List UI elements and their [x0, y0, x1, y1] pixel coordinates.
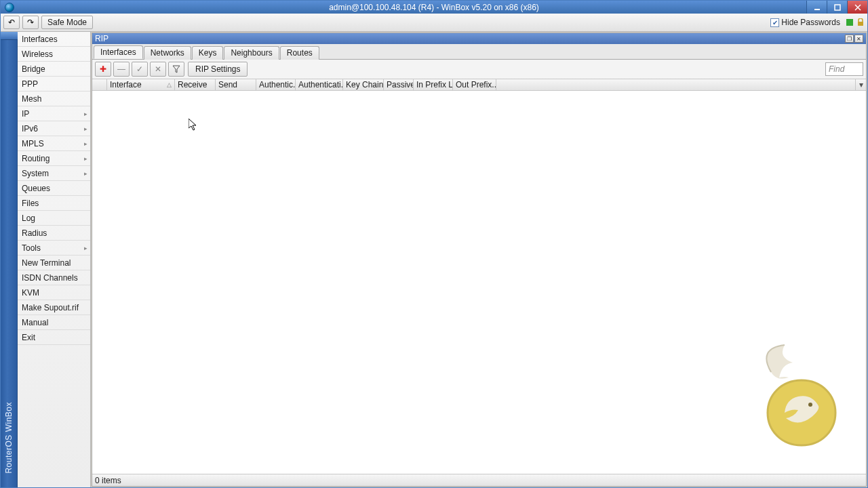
- menu-item-log[interactable]: Log: [18, 211, 90, 226]
- menu-item-system[interactable]: System▸: [18, 166, 90, 181]
- funnel-icon: [172, 65, 180, 73]
- menu-item-label: Radius: [22, 228, 47, 238]
- menu-item-radius[interactable]: Radius: [18, 226, 90, 241]
- menu-item-interfaces[interactable]: Interfaces: [18, 32, 90, 47]
- redo-button[interactable]: ↷: [22, 16, 39, 29]
- menu-item-label: Tools: [22, 243, 41, 253]
- column-passive[interactable]: Passive: [384, 79, 414, 90]
- add-button[interactable]: ✚: [95, 62, 111, 77]
- secure-indicator-icon: [846, 18, 854, 26]
- column-outprefix[interactable]: Out Prefix...: [453, 79, 496, 90]
- column-inprefix[interactable]: In Prefix L...: [414, 79, 453, 90]
- menu-item-exit[interactable]: Exit: [18, 330, 90, 345]
- inner-close-button[interactable]: ✕: [854, 35, 863, 43]
- menu-item-label: PPP: [22, 79, 38, 89]
- titlebar[interactable]: admin@100.100.48.104 (R4) - WinBox v5.20…: [1, 1, 867, 14]
- enable-button[interactable]: ✓: [132, 62, 148, 77]
- menu-item-label: ISDN Channels: [22, 273, 78, 283]
- minimize-button[interactable]: [806, 1, 827, 14]
- menu-item-wireless[interactable]: Wireless: [18, 47, 90, 62]
- menu-item-tools[interactable]: Tools▸: [18, 241, 90, 256]
- tab-neighbours[interactable]: Neighbours: [224, 46, 279, 60]
- check-icon: ✓: [136, 64, 143, 74]
- undo-button[interactable]: ↶: [3, 16, 20, 29]
- menu-item-ip[interactable]: IP▸: [18, 106, 90, 121]
- x-icon: ✕: [155, 64, 161, 74]
- inner-restore-button[interactable]: ❐: [845, 35, 854, 43]
- tab-networks[interactable]: Networks: [144, 46, 191, 60]
- menu-item-label: Wireless: [22, 49, 53, 59]
- remove-button[interactable]: —: [113, 62, 130, 77]
- close-button[interactable]: [847, 1, 867, 14]
- hide-passwords-toggle[interactable]: ✔ Hide Passwords: [770, 18, 840, 27]
- column-receive[interactable]: Receive: [175, 79, 216, 90]
- find-input[interactable]: Find: [825, 62, 863, 76]
- column-flag[interactable]: [92, 79, 107, 90]
- sidebar-handle[interactable]: [1, 32, 18, 40]
- content-area: RIP ❐ ✕ InterfacesNetworksKeysNeighbours…: [91, 32, 867, 487]
- panel-toolbar: ✚ — ✓ ✕ RIP Settings Find: [92, 60, 866, 79]
- sidebar-rail-label: RouterOS WinBox: [4, 402, 14, 474]
- menu-item-mesh[interactable]: Mesh: [18, 92, 90, 106]
- routeros-logo-watermark: [724, 338, 846, 447]
- menu-item-isdn-channels[interactable]: ISDN Channels: [18, 270, 90, 285]
- tab-routes[interactable]: Routes: [280, 46, 319, 60]
- menu-item-label: New Terminal: [22, 258, 71, 268]
- menu-item-label: Exit: [22, 333, 35, 342]
- menu-item-label: Make Supout.rif: [22, 303, 79, 312]
- menu-item-label: Routing: [22, 154, 50, 163]
- rip-window: RIP ❐ ✕ InterfacesNetworksKeysNeighbours…: [92, 33, 867, 487]
- main-window: admin@100.100.48.104 (R4) - WinBox v5.20…: [0, 0, 868, 488]
- menu-item-label: Mesh: [22, 94, 41, 104]
- hide-passwords-checkbox[interactable]: ✔: [770, 18, 779, 27]
- grid-body[interactable]: [92, 91, 866, 474]
- column-menu-button[interactable]: ▾: [855, 79, 866, 90]
- menu-item-bridge[interactable]: Bridge: [18, 62, 90, 77]
- lock-icon: [856, 18, 865, 26]
- menu-item-ipv6[interactable]: IPv6▸: [18, 121, 90, 136]
- submenu-indicator-icon: ▸: [84, 110, 87, 117]
- inner-titlebar[interactable]: RIP ❐ ✕: [92, 33, 866, 44]
- safe-mode-button[interactable]: Safe Mode: [41, 16, 93, 29]
- menu-item-label: Interfaces: [22, 35, 58, 44]
- hide-passwords-label: Hide Passwords: [781, 18, 840, 27]
- submenu-indicator-icon: ▸: [84, 245, 87, 251]
- main-toolbar: ↶ ↷ Safe Mode ✔ Hide Passwords: [1, 14, 867, 32]
- menu-item-manual[interactable]: Manual: [18, 315, 90, 330]
- menu-item-ppp[interactable]: PPP: [18, 77, 90, 92]
- maximize-button[interactable]: [827, 1, 847, 14]
- rip-settings-button[interactable]: RIP Settings: [188, 62, 248, 77]
- tab-keys[interactable]: Keys: [192, 46, 224, 60]
- undo-icon: ↶: [8, 18, 15, 27]
- inner-window-title: RIP: [95, 34, 108, 43]
- menu-item-make-supout-rif[interactable]: Make Supout.rif: [18, 300, 90, 315]
- menu-item-label: Queues: [22, 184, 50, 193]
- tab-interfaces[interactable]: Interfaces: [94, 45, 143, 59]
- menu-item-label: Manual: [22, 318, 48, 327]
- column-interface[interactable]: Interface△: [107, 79, 175, 90]
- sidebar-rail[interactable]: RouterOS WinBox: [1, 32, 18, 487]
- disable-button[interactable]: ✕: [150, 62, 166, 77]
- svg-rect-1: [835, 5, 840, 10]
- menu-item-mpls[interactable]: MPLS▸: [18, 136, 90, 151]
- column-authentic[interactable]: Authentic...: [256, 79, 296, 90]
- menu-item-files[interactable]: Files: [18, 196, 90, 211]
- menu-item-routing[interactable]: Routing▸: [18, 151, 90, 166]
- menu-item-label: Bridge: [22, 64, 45, 74]
- menu-item-kvm[interactable]: KVM: [18, 285, 90, 300]
- svg-rect-0: [814, 9, 820, 10]
- filter-button[interactable]: [168, 62, 184, 77]
- inner-tabs: InterfacesNetworksKeysNeighboursRoutes: [92, 44, 866, 59]
- menu-item-label: Log: [22, 214, 35, 223]
- submenu-indicator-icon: ▸: [84, 155, 87, 162]
- submenu-indicator-icon: ▸: [84, 125, 87, 132]
- svg-point-5: [808, 403, 812, 407]
- menu-item-queues[interactable]: Queues: [18, 181, 90, 196]
- status-bar: 0 items: [92, 474, 866, 486]
- column-authentication[interactable]: Authenticati...: [296, 79, 343, 90]
- svg-rect-3: [858, 22, 863, 26]
- svg-point-4: [768, 380, 835, 445]
- menu-item-new-terminal[interactable]: New Terminal: [18, 256, 90, 270]
- column-keychain[interactable]: Key Chain: [343, 79, 384, 90]
- column-send[interactable]: Send: [216, 79, 256, 90]
